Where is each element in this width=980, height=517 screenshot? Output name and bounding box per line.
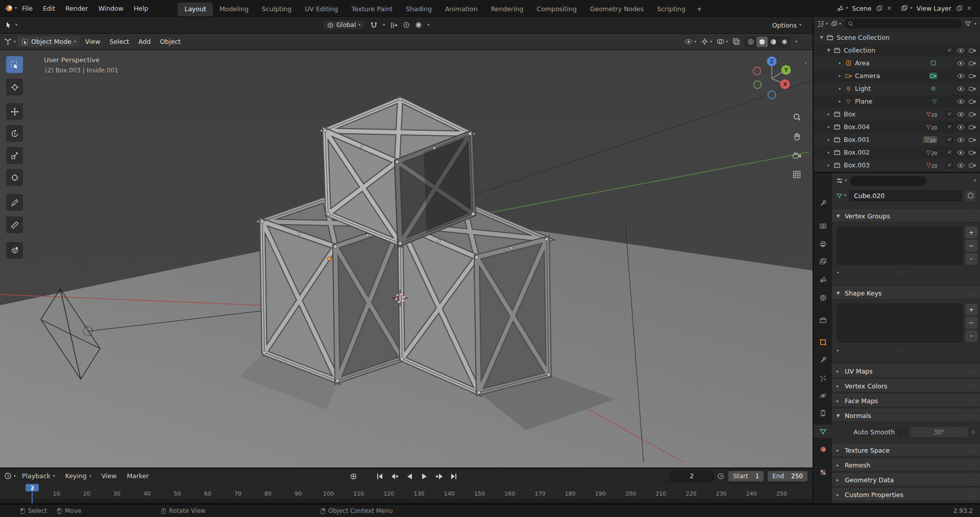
tab-view-layer[interactable] xyxy=(815,255,830,268)
outliner-row-box-004[interactable]: ▸ Box.004 ▽20 ✓ xyxy=(814,120,980,133)
panel-header-remesh[interactable]: ▸Remesh:::: xyxy=(832,459,980,472)
tab-uv-editing[interactable]: UV Editing xyxy=(298,3,345,17)
tab-physics[interactable] xyxy=(815,389,830,402)
tool-add-cube[interactable] xyxy=(6,242,23,259)
mesh-data-icon[interactable]: ▽ xyxy=(932,98,937,105)
vertex-group-specials-button[interactable]: ▾ xyxy=(965,253,977,265)
tab-animation[interactable]: Animation xyxy=(438,3,484,17)
panel-header-face-maps[interactable]: ▸Face Maps:::: xyxy=(832,395,980,407)
panel-header-vertex-groups[interactable]: ▼Vertex Groups:::: xyxy=(832,210,980,223)
outliner-row-camera[interactable]: ▸ Camera xyxy=(814,69,980,82)
collection-checkbox[interactable]: ✓ xyxy=(946,111,953,117)
xray-toggle-icon[interactable] xyxy=(732,38,740,45)
hide-eye-icon[interactable] xyxy=(957,150,965,155)
playhead[interactable]: 2 xyxy=(26,484,39,491)
drag-handle-icon[interactable]: :::: xyxy=(967,448,975,453)
editor-type-icon[interactable]: ▾ xyxy=(4,38,16,45)
mesh-data-browse-icon[interactable]: ▾ xyxy=(836,192,846,199)
region-collapse-icon[interactable]: ‹ xyxy=(804,59,807,67)
tool-scale[interactable] xyxy=(6,147,23,164)
navigation-gizmo[interactable]: Z Y X xyxy=(749,55,794,100)
outliner-row-light[interactable]: ▸ Light xyxy=(814,82,980,95)
gizmos-toggle-icon[interactable]: ▾ xyxy=(701,38,712,45)
filter-icon[interactable] xyxy=(965,20,971,27)
panel-header-normals[interactable]: ▼Normals:::: xyxy=(832,409,980,422)
play-button[interactable] xyxy=(419,471,429,481)
menu-timeline-view[interactable]: View xyxy=(97,471,121,481)
panel-header-custom-properties[interactable]: ▸Custom Properties:::: xyxy=(832,488,980,501)
shading-wireframe-button[interactable] xyxy=(745,37,756,47)
hide-eye-icon[interactable] xyxy=(957,125,965,130)
snap-dropdown-icon[interactable]: ▾ xyxy=(383,23,385,27)
proportional-falloff-icon[interactable] xyxy=(415,21,422,29)
camera-data-icon[interactable] xyxy=(929,72,937,79)
render-visibility-icon[interactable] xyxy=(969,86,976,91)
zoom-icon[interactable] xyxy=(790,110,803,124)
object-visibility-icon[interactable]: ▾ xyxy=(684,39,696,44)
menu-playback[interactable]: Playback▾ xyxy=(18,471,59,481)
tab-layout[interactable]: Layout xyxy=(178,3,213,17)
panel-header-uv-maps[interactable]: ▸UV Maps:::: xyxy=(832,365,980,378)
play-reverse-button[interactable] xyxy=(404,471,414,481)
remove-shape-key-button[interactable]: − xyxy=(965,317,977,329)
tab-object-data[interactable] xyxy=(814,425,832,438)
add-workspace-button[interactable]: + xyxy=(692,3,706,17)
menu-window[interactable]: Window xyxy=(93,3,129,14)
tab-texture[interactable] xyxy=(815,465,830,479)
auto-smooth-checkbox[interactable] xyxy=(899,429,906,436)
tab-shading[interactable]: Shading xyxy=(399,3,438,17)
tab-scripting[interactable]: Scripting xyxy=(650,3,692,17)
shape-keys-subpanel[interactable]: ▸:::: xyxy=(837,346,963,356)
menu-add[interactable]: Add xyxy=(135,36,154,47)
tab-modeling[interactable]: Modeling xyxy=(213,3,255,17)
timeline-ruler[interactable]: 2 10203040506070809010011012013014015016… xyxy=(0,484,813,503)
hide-eye-icon[interactable] xyxy=(957,73,965,79)
outliner-row-box-002[interactable]: ▸ Box.002 ▽20 ✓ xyxy=(814,146,980,159)
render-visibility-icon[interactable] xyxy=(969,60,976,66)
shading-material-button[interactable] xyxy=(768,37,779,47)
render-visibility-icon[interactable] xyxy=(969,73,976,79)
drag-handle-icon[interactable]: :::: xyxy=(967,478,975,483)
properties-options-dropdown-icon[interactable]: ▾ xyxy=(974,179,976,183)
shading-dropdown-icon[interactable]: ▾ xyxy=(795,40,797,44)
new-view-layer-button[interactable] xyxy=(955,5,964,11)
disclosure-icon[interactable]: ▸ xyxy=(825,137,832,142)
menu-help[interactable]: Help xyxy=(129,3,154,14)
viewport-3d[interactable]: User Perspective (2) Box.003 | Inside.00… xyxy=(0,50,813,467)
tab-compositing[interactable]: Compositing xyxy=(530,3,583,17)
outliner-search-input[interactable] xyxy=(856,20,958,28)
blender-logo[interactable] xyxy=(4,4,14,12)
filter-dropdown-icon[interactable]: ▾ xyxy=(974,22,976,26)
next-keyframe-button[interactable] xyxy=(434,471,444,481)
outliner-row-box-003[interactable]: ▸ Box.003 ▽20 ✓ xyxy=(814,159,980,171)
tab-render[interactable] xyxy=(815,219,830,232)
active-tool-icon[interactable]: ▾ xyxy=(5,21,17,29)
panel-header-vertex-colors[interactable]: ▸Vertex Colors:::: xyxy=(832,380,980,392)
menu-object[interactable]: Object xyxy=(156,36,184,47)
disclosure-icon[interactable]: ▸ xyxy=(825,125,832,129)
new-scene-button[interactable] xyxy=(875,5,884,11)
tab-world[interactable] xyxy=(815,291,830,304)
outliner-row-plane[interactable]: ▸ ▽ Plane ▽ xyxy=(814,95,980,108)
render-visibility-icon[interactable] xyxy=(969,47,976,53)
tool-move[interactable] xyxy=(6,103,23,120)
light-data-icon[interactable] xyxy=(929,85,937,92)
prev-keyframe-button[interactable] xyxy=(389,471,400,481)
datablock-name-field[interactable] xyxy=(849,190,962,201)
outliner-row-box-001[interactable]: ▸ Box.001 ▽20 ✓ xyxy=(814,133,980,146)
options-menu[interactable]: Options ▾ xyxy=(772,17,801,33)
tab-object[interactable] xyxy=(815,335,830,349)
disclosure-icon[interactable]: ▸ xyxy=(836,86,844,91)
snap-magnet-icon[interactable] xyxy=(370,21,378,29)
tab-material[interactable] xyxy=(815,442,830,456)
shape-keys-list[interactable] xyxy=(837,304,963,342)
disclosure-icon[interactable]: ▸ xyxy=(836,73,844,78)
disclosure-icon[interactable]: ▸ xyxy=(836,99,844,104)
tab-texture-paint[interactable]: Texture Paint xyxy=(345,3,399,17)
unlink-scene-button[interactable]: × xyxy=(886,5,893,12)
hide-eye-icon[interactable] xyxy=(957,112,965,117)
hide-eye-icon[interactable] xyxy=(957,137,965,142)
tool-measure[interactable] xyxy=(6,216,23,233)
hide-eye-icon[interactable] xyxy=(957,61,965,66)
hide-eye-icon[interactable] xyxy=(957,163,965,168)
